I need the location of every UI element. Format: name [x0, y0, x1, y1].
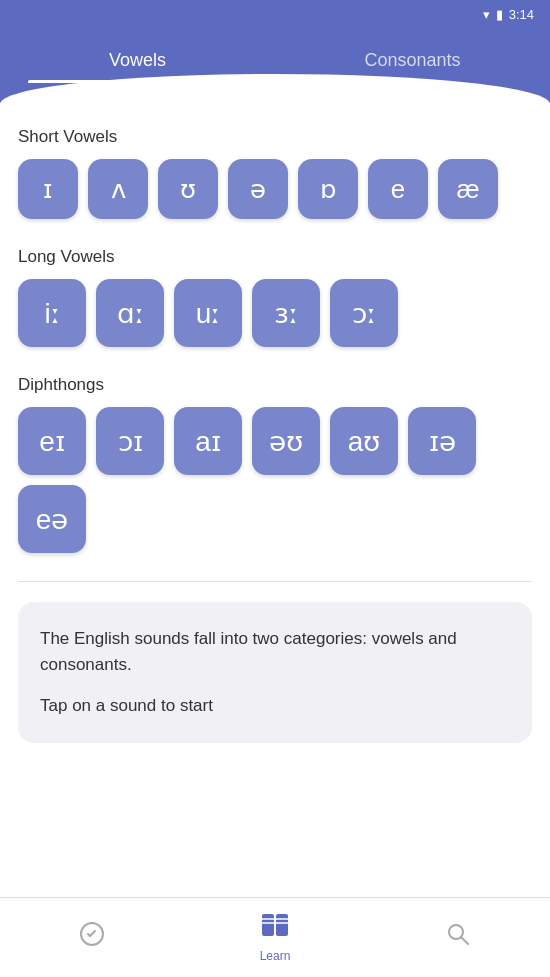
- learn-icon: [260, 912, 290, 945]
- status-bar: ▾ ▮ 3:14: [0, 0, 550, 28]
- short-vowels-label: Short Vowels: [18, 127, 532, 147]
- phoneme-tile-ɒ[interactable]: ɒ: [298, 159, 358, 219]
- phoneme-tile-æ[interactable]: æ: [438, 159, 498, 219]
- phoneme-tile-e[interactable]: e: [368, 159, 428, 219]
- nav-item-learn[interactable]: Learn: [183, 912, 366, 963]
- practice-icon: [79, 921, 105, 954]
- nav-item-practice[interactable]: [0, 921, 183, 954]
- wifi-icon: ▾: [483, 7, 490, 22]
- battery-icon: ▮: [496, 7, 503, 22]
- long-vowels-section: Long Vowels iː ɑː uː ɜː ɔː: [18, 247, 532, 347]
- info-line2: Tap on a sound to start: [40, 693, 510, 719]
- info-box: The English sounds fall into two categor…: [18, 602, 532, 743]
- bottom-nav: Learn: [0, 897, 550, 977]
- phoneme-tile-ɜː[interactable]: ɜː: [252, 279, 320, 347]
- info-text: The English sounds fall into two categor…: [40, 626, 510, 719]
- short-vowels-row: ɪ ʌ ʊ ə ɒ e æ: [18, 159, 532, 219]
- time-display: 3:14: [509, 7, 534, 22]
- short-vowels-section: Short Vowels ɪ ʌ ʊ ə ɒ e æ: [18, 127, 532, 219]
- nav-item-search[interactable]: [367, 921, 550, 954]
- phoneme-tile-ɪə[interactable]: ɪə: [408, 407, 476, 475]
- phoneme-tile-aɪ[interactable]: aɪ: [174, 407, 242, 475]
- phoneme-tile-ʊ[interactable]: ʊ: [158, 159, 218, 219]
- phoneme-tile-ɔɪ[interactable]: ɔɪ: [96, 407, 164, 475]
- info-section: The English sounds fall into two categor…: [0, 602, 550, 743]
- phoneme-tile-ə[interactable]: ə: [228, 159, 288, 219]
- phoneme-tile-eɪ[interactable]: eɪ: [18, 407, 86, 475]
- diphthongs-row: eɪ ɔɪ aɪ əʊ aʊ ɪə eə: [18, 407, 532, 553]
- phoneme-tile-ʌ[interactable]: ʌ: [88, 159, 148, 219]
- svg-rect-2: [276, 914, 288, 936]
- phoneme-tile-ɑː[interactable]: ɑː: [96, 279, 164, 347]
- header: Vowels Consonants: [0, 28, 550, 103]
- search-icon: [445, 921, 471, 954]
- long-vowels-label: Long Vowels: [18, 247, 532, 267]
- svg-line-8: [462, 938, 469, 945]
- section-divider: [18, 581, 532, 582]
- diphthongs-label: Diphthongs: [18, 375, 532, 395]
- phoneme-tile-iː[interactable]: iː: [18, 279, 86, 347]
- header-wave: [0, 83, 550, 103]
- diphthongs-section: Diphthongs eɪ ɔɪ aɪ əʊ aʊ ɪə eə: [18, 375, 532, 553]
- info-line1: The English sounds fall into two categor…: [40, 626, 510, 677]
- long-vowels-row: iː ɑː uː ɜː ɔː: [18, 279, 532, 347]
- phoneme-tile-eə[interactable]: eə: [18, 485, 86, 553]
- learn-label: Learn: [260, 949, 291, 963]
- svg-rect-1: [262, 914, 274, 936]
- phoneme-tile-əʊ[interactable]: əʊ: [252, 407, 320, 475]
- phoneme-tile-ɔː[interactable]: ɔː: [330, 279, 398, 347]
- phoneme-tile-ɪ[interactable]: ɪ: [18, 159, 78, 219]
- main-content: Short Vowels ɪ ʌ ʊ ə ɒ e æ Long Vowels i…: [0, 103, 550, 553]
- phoneme-tile-aʊ[interactable]: aʊ: [330, 407, 398, 475]
- status-icons: ▾ ▮ 3:14: [483, 7, 534, 22]
- phoneme-tile-uː[interactable]: uː: [174, 279, 242, 347]
